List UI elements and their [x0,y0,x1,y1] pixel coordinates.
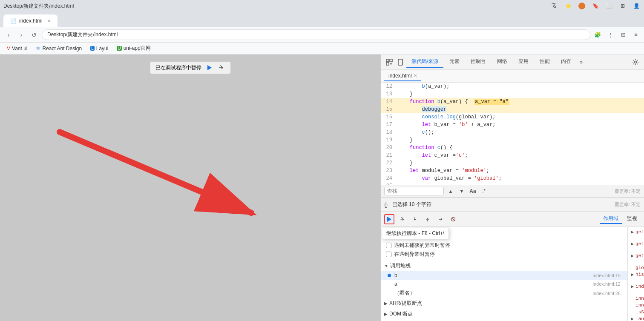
svg-marker-10 [387,217,391,222]
resume-script-button[interactable] [384,214,394,224]
callstack-item-anon[interactable]: （匿名） index.html:26 [381,288,627,298]
browser-icon[interactable] [578,2,586,10]
more-icon[interactable]: ≡ [631,30,641,40]
bookmark-uniapp-label: uni-app官网 [124,45,151,52]
tab-performance[interactable]: 性能 [535,56,555,68]
scope-arrow-4[interactable]: ▶ [631,272,634,277]
scope-key-5: indexedDB [635,284,644,289]
device-icon[interactable] [395,57,405,67]
line-num-21: 21 [381,152,396,159]
step-into-button[interactable] [410,214,420,224]
tab-elements[interactable]: 元素 [444,56,465,68]
menu-icon[interactable]: ⋮ [606,30,615,40]
tab-watch[interactable]: 监视 [624,214,641,224]
bookmark-vant[interactable]: V Vant ui [3,45,31,52]
line-code-18: c(); [396,129,644,136]
address-bar[interactable]: Desktop/新建文件夹/index.html [42,29,590,40]
scope-innerHeight: ▶ innerHeight : 695 [628,295,644,302]
line-code-14: function b(a_var) { a_var = "a" [396,98,644,106]
dom-section-header[interactable]: ▶ DOM 断点 [381,309,627,319]
tab-elements-label: 元素 [449,58,460,64]
line-code-15: debugger [396,106,644,113]
code-line-23: 23 let module_var = 'module'; [381,167,644,175]
translate-icon[interactable] [550,2,559,10]
callstack-item-b[interactable]: b index.html:15 [381,271,627,280]
callstack-section-header[interactable]: ▼ 调用堆栈 [381,261,627,271]
file-tab-index[interactable]: index.html ✕ [384,71,421,81]
callstack-item-a[interactable]: a index.html:12 [381,280,627,288]
find-regex[interactable]: .* [480,187,488,195]
step-out-button[interactable] [423,214,433,224]
callstack-name-a: a [394,281,593,287]
uniapp-icon: U [117,46,121,51]
bookmark-layui[interactable]: L Layui [87,45,112,52]
find-up-icon[interactable]: ▲ [446,187,455,195]
code-line-14: 14 function b(a_var) { a_var = "a" [381,98,644,106]
file-tab-close[interactable]: ✕ [414,73,417,78]
more-tabs-button[interactable]: » [577,57,585,67]
devtools-inner: 源代码/来源 元素 控制台 网络 应用 性能 内存 [381,54,644,321]
star-icon[interactable]: ⭐ [564,2,572,10]
tab-close-icon[interactable]: ✕ [47,18,51,24]
active-tab[interactable]: 📄 index.html ✕ [3,14,58,27]
svg-rect-6 [386,63,389,65]
breakpoint-uncaught: 遇到未捕获的异常时暂停 [384,241,624,250]
find-match-case[interactable]: Aa [469,187,477,195]
step-over-button[interactable] [397,214,407,224]
step-button[interactable] [435,214,446,224]
tab-sources[interactable]: 源代码/来源 [406,56,443,68]
tab-memory[interactable]: 内存 [556,56,576,68]
breakpoint-exception: 在遇到异常时暂停 [384,250,624,259]
tab-console[interactable]: 控制台 [466,56,491,68]
inspect-icon[interactable] [384,57,394,67]
scope-history: ▶ history : History {length: 1, scrollRe… [628,271,644,283]
code-line-22: 22 } [381,159,644,167]
debug-label: 已在调试程序中暂停 [155,64,201,72]
scope-arrow-2[interactable]: ▶ [631,253,634,258]
bookmark-uniapp[interactable]: U uni-app官网 [113,44,154,53]
address-text: Desktop/新建文件夹/index.html [47,31,118,38]
find-input[interactable] [384,187,444,195]
sidebar-icon[interactable]: ⊟ [618,30,628,40]
find-bar: ▲ ▼ Aa .* 覆盖率: 不定 [381,185,644,198]
react-icon: ⚛ [36,46,40,52]
line-code-24: var global_var = 'global'; [396,175,644,182]
svg-marker-1 [207,65,212,70]
back-button[interactable]: ‹ [3,30,14,40]
tab-scope[interactable]: 作用域 [600,214,622,224]
bookmark-react-ant[interactable]: ⚛ React Ant Design [32,45,85,52]
svg-rect-5 [390,59,392,62]
step-over-button[interactable] [217,63,225,72]
window-icon[interactable]: ⬜ [605,2,613,10]
extensions-icon[interactable]: 🧩 [593,30,602,40]
tab-network[interactable]: 网络 [492,56,512,68]
bookmark-manager-icon[interactable]: 🔖 [591,2,600,10]
scope-innerWidth: ▶ innerWidth : 994 [628,302,644,309]
devtools-settings-icon[interactable] [630,57,641,67]
line-num-17: 17 [381,121,396,129]
profile-icon[interactable]: 👤 [632,2,641,10]
resume-button[interactable] [205,63,213,72]
line-code-16: console.log(global_var); [396,113,644,121]
find-down-icon[interactable]: ▼ [457,187,466,195]
scope-arrow-1[interactable]: ▶ [631,241,634,246]
forward-button[interactable]: › [16,30,26,40]
grid-icon[interactable]: ⊞ [618,2,627,10]
breakpoint-uncaught-check[interactable] [386,243,391,248]
xhr-section-header[interactable]: ▶ XHR/提取断点 [381,298,627,309]
code-line-13: 13 } [381,90,644,98]
deactivate-breakpoints-button[interactable] [448,214,458,224]
refresh-button[interactable]: ↺ [29,30,39,40]
tab-application[interactable]: 应用 [513,56,534,68]
browser-chrome: Desktop/新建文件夹/index.html ⭐ 🔖 ⬜ ⊞ 👤 📄 ind… [0,0,644,54]
line-code-13: } [396,90,644,98]
scope-arrow-0[interactable]: ▶ [631,229,634,235]
scope-key-2: getSelection [635,253,644,258]
breakpoint-exception-check[interactable] [386,252,391,257]
scope-arrow-9[interactable]: ▶ [631,316,634,321]
line-num-13: 13 [381,90,396,98]
code-line-24: 24 var global_var = 'global'; [381,175,644,182]
line-code-12: b(a_var); [396,83,644,90]
scope-arrow-5[interactable]: ▶ [631,284,634,289]
svg-line-12 [452,218,455,221]
